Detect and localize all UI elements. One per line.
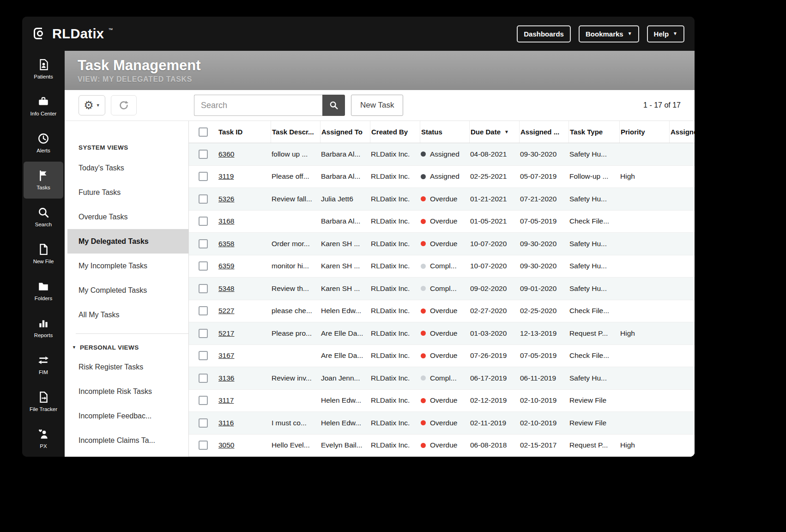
task-id-link[interactable]: 3168 [218, 217, 234, 225]
table-row: 3050 Hello Evel... Evelyn Bail... RLDati… [189, 435, 695, 457]
task-id-link[interactable]: 5217 [218, 329, 234, 337]
task-id-link[interactable]: 3119 [218, 172, 234, 180]
view-item[interactable]: Risk Register Tasks [67, 355, 188, 379]
sidebar-item-reports[interactable]: Reports [24, 309, 63, 346]
row-checkbox[interactable] [199, 194, 208, 204]
select-all-checkbox[interactable] [199, 127, 208, 137]
column-header[interactable]: Status [420, 121, 469, 143]
task-type: Check File... [568, 217, 619, 225]
page-title: Task Management [78, 57, 695, 74]
refresh-button[interactable] [111, 95, 137, 115]
table-row: 5348 Review th... Karen SH ... RLDatix I… [189, 278, 695, 300]
view-item[interactable]: Future Tasks [67, 180, 188, 205]
topbar-button-label: Dashboards [524, 30, 564, 38]
task-id-link[interactable]: 5348 [218, 284, 234, 292]
topbar-button-dashboards[interactable]: Dashboards [517, 25, 571, 42]
table-row: 3119 Please off... Barbara Al... RLDatix… [189, 166, 695, 188]
file-tracker-icon [37, 391, 49, 403]
search-input[interactable] [194, 95, 322, 116]
sidebar-item-tasks[interactable]: Tasks [24, 162, 63, 199]
assigned-date: 07-21-2020 [519, 195, 568, 203]
view-item[interactable]: Incomplete Feedbac... [67, 404, 188, 428]
row-checkbox[interactable] [199, 441, 208, 450]
sidebar-item-label: File Tracker [30, 406, 57, 412]
sidebar-item-folders[interactable]: Folders [24, 272, 63, 309]
task-id-link[interactable]: 5326 [218, 195, 234, 203]
task-id-link[interactable]: 6358 [218, 240, 234, 248]
view-item[interactable]: Overdue Tasks [67, 205, 188, 229]
search-submit-button[interactable] [322, 95, 345, 116]
info-center-icon [37, 96, 49, 108]
settings-button[interactable]: ⚙ ▼ [79, 95, 105, 115]
topbar-button-help[interactable]: Help ▼ [647, 25, 684, 42]
row-checkbox[interactable] [199, 351, 208, 360]
view-item[interactable]: My Incomplete Tasks [67, 254, 188, 278]
new-task-button[interactable]: New Task [351, 95, 403, 116]
status-dot [421, 219, 426, 224]
search-group [194, 95, 345, 116]
task-id-link[interactable]: 3117 [218, 396, 234, 404]
view-item[interactable]: Today's Tasks [67, 156, 188, 180]
personal-views-header[interactable]: ▼ PERSONAL VIEWS [65, 344, 188, 351]
sidebar-item-search[interactable]: Search [24, 199, 63, 236]
view-item[interactable]: Incomplete Claims Ta... [67, 428, 188, 453]
assigned-to: Joan Jenn... [320, 374, 370, 382]
column-header[interactable]: Task Descr... [271, 121, 320, 143]
due-date: 02-25-2021 [469, 172, 519, 181]
sidebar-item-info-center[interactable]: Info Center [24, 88, 63, 125]
view-item[interactable]: All My Tasks [67, 302, 188, 327]
row-checkbox[interactable] [199, 329, 208, 338]
row-checkbox[interactable] [199, 150, 208, 159]
task-description: monitor hi... [271, 262, 320, 270]
task-type: Safety Hu... [568, 374, 619, 382]
table-row: 5227 please che... Helen Edw... RLDatix … [189, 300, 695, 323]
row-checkbox[interactable] [199, 217, 208, 226]
task-id-link[interactable]: 3167 [218, 351, 234, 359]
priority: High [619, 329, 669, 338]
column-header[interactable]: Due Date ▼ [469, 121, 519, 143]
task-id-link[interactable]: 3116 [218, 419, 234, 427]
sidebar-item-patients[interactable]: Patients [24, 51, 63, 88]
task-id-link[interactable]: 6360 [218, 150, 234, 158]
task-id-link[interactable]: 6359 [218, 262, 234, 270]
status-dot [421, 331, 426, 336]
created-by: RLDatix Inc. [370, 351, 420, 360]
column-header[interactable]: Created By [370, 121, 420, 143]
sidebar-item-px[interactable]: PX [24, 420, 63, 457]
column-header[interactable]: Assigned ... [519, 121, 568, 143]
reports-icon [37, 317, 49, 329]
task-description: follow up ... [271, 150, 320, 158]
task-id-link[interactable]: 3050 [218, 441, 234, 449]
row-checkbox[interactable] [199, 418, 208, 428]
row-checkbox[interactable] [199, 239, 208, 248]
row-checkbox[interactable] [199, 172, 208, 181]
column-header[interactable]: Assigne [669, 121, 695, 143]
sidebar-item-new-file[interactable]: New File [24, 236, 63, 272]
table-header: Task ID Task Descr... Assigned To Create… [189, 121, 695, 143]
task-id-link[interactable]: 3136 [218, 374, 234, 382]
column-header[interactable]: Assigned To [320, 121, 370, 143]
row-checkbox[interactable] [199, 396, 208, 405]
column-header[interactable]: Priority [619, 121, 669, 143]
view-item[interactable]: My Delegated Tasks [67, 229, 188, 254]
sidebar-item-fim[interactable]: FIM [24, 346, 63, 383]
row-checkbox[interactable] [199, 284, 208, 293]
row-checkbox[interactable] [199, 261, 208, 271]
view-item[interactable]: My Completed Tasks [67, 278, 188, 302]
sidebar-item-file-tracker[interactable]: File Tracker [24, 383, 63, 420]
row-checkbox[interactable] [199, 374, 208, 383]
row-checkbox[interactable] [199, 306, 208, 315]
column-header[interactable]: Task ID [218, 121, 271, 143]
view-item[interactable]: Incomplete Risk Tasks [67, 379, 188, 404]
page-header: Task Management VIEW: MY DELEGATED TASKS [65, 51, 695, 90]
task-type: Safety Hu... [568, 262, 619, 270]
sidebar-item-alerts[interactable]: Alerts [24, 125, 63, 162]
column-header[interactable]: Task Type [568, 121, 619, 143]
created-by: RLDatix Inc. [370, 441, 420, 449]
due-date: 02-12-2019 [469, 396, 519, 405]
topbar-button-bookmarks[interactable]: Bookmarks ▼ [579, 25, 639, 42]
status-dot [421, 398, 426, 403]
topbar-button-label: Help [654, 30, 669, 38]
priority: High [619, 172, 669, 181]
task-id-link[interactable]: 5227 [218, 307, 234, 314]
